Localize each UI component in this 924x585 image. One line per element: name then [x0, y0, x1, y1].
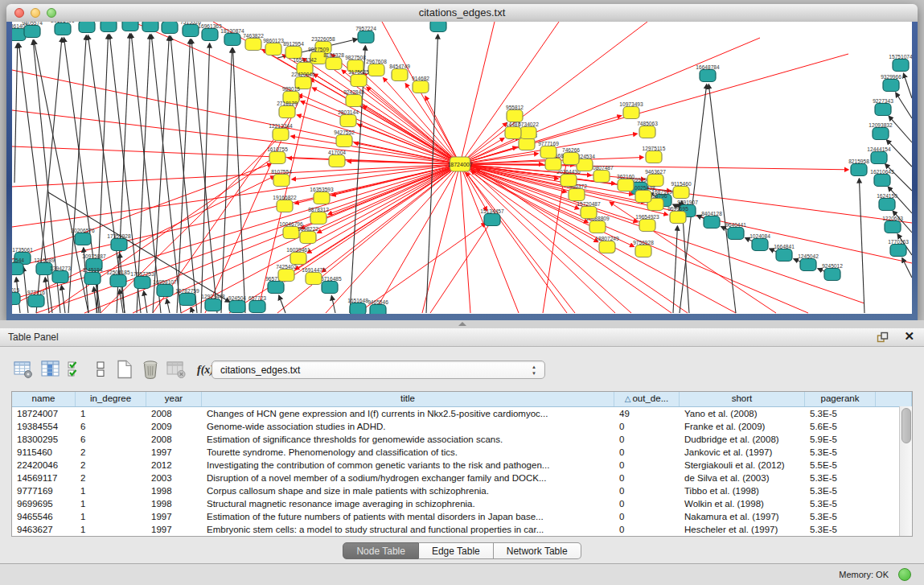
tab-node-table[interactable]: Node Table	[343, 542, 419, 559]
cell-name[interactable]: 19384554	[12, 420, 76, 433]
delete-column-button[interactable]	[140, 359, 161, 380]
graph-node[interactable]	[635, 191, 651, 203]
column-header-short[interactable]: short	[680, 392, 805, 406]
graph-node[interactable]	[55, 23, 71, 35]
graph-node[interactable]	[883, 80, 899, 92]
table-row[interactable]: 977716911998Corpus callosum shape and si…	[12, 484, 912, 497]
row-height-button[interactable]	[90, 359, 111, 380]
cell-short[interactable]: Yano et al. (2008)	[680, 407, 805, 420]
graph-node[interactable]	[28, 295, 44, 307]
cell-in_degree[interactable]: 1	[76, 523, 146, 536]
graph-node[interactable]	[351, 75, 367, 87]
graph-node[interactable]	[84, 273, 101, 285]
graph-node[interactable]	[142, 22, 158, 32]
cell-title[interactable]: Embryonic stem cells: a model to study s…	[202, 523, 614, 536]
cell-title[interactable]: Structural magnetic resonance image aver…	[202, 497, 614, 510]
graph-node[interactable]	[75, 233, 91, 245]
graph-node[interactable]	[800, 259, 816, 271]
tab-edge-table[interactable]: Edge Table	[419, 542, 494, 559]
graph-node[interactable]	[563, 153, 579, 165]
graph-node[interactable]	[268, 282, 284, 294]
graph-node[interactable]	[122, 22, 138, 31]
cell-pagerank[interactable]: 5.3E-5	[805, 497, 876, 510]
column-header-title[interactable]: title	[202, 392, 614, 406]
cell-in_degree[interactable]: 1	[76, 510, 146, 523]
cell-name[interactable]: 9699695	[12, 497, 76, 510]
graph-node[interactable]	[413, 81, 429, 93]
cell-short[interactable]: Tibbo et al. (1998)	[680, 484, 805, 497]
cell-out_de...[interactable]: 0	[614, 497, 680, 510]
graph-node[interactable]	[635, 245, 651, 257]
cell-in_degree[interactable]: 2	[76, 446, 146, 459]
cell-in_degree[interactable]: 2	[76, 459, 146, 472]
graph-node[interactable]	[879, 199, 895, 211]
graph-node[interactable]	[279, 106, 295, 118]
graph-node[interactable]	[24, 26, 40, 38]
graph-node[interactable]	[52, 271, 68, 283]
table-row[interactable]: 1456911722003Disruption of a novel membe…	[12, 472, 912, 484]
cell-year[interactable]: 1997	[146, 523, 202, 536]
cell-title[interactable]: Corpus callosum shape and size in male p…	[202, 484, 614, 497]
graph-node[interactable]	[519, 138, 535, 150]
graph-node[interactable]	[700, 70, 716, 82]
cell-out_de...[interactable]: 0	[614, 459, 680, 472]
cell-pagerank[interactable]: 5.6E-5	[805, 420, 876, 433]
table-row[interactable]: 1872400712008Changes of HCN gene express…	[12, 407, 912, 420]
graph-node[interactable]	[300, 232, 316, 244]
table-row[interactable]: 969969511998Structural magnetic resonanc…	[12, 497, 912, 510]
graph-node[interactable]	[336, 135, 352, 147]
table-row[interactable]: 2242004622012Investigating the contribut…	[12, 459, 912, 472]
graph-node[interactable]	[623, 107, 639, 119]
graph-node[interactable]	[639, 126, 655, 138]
graph-node[interactable]	[752, 239, 768, 251]
graph-node[interactable]	[893, 60, 909, 72]
graph-node[interactable]	[599, 241, 615, 253]
cell-year[interactable]: 1997	[146, 510, 202, 523]
graph-node[interactable]	[871, 152, 887, 164]
cell-out_de...[interactable]: 0	[614, 446, 680, 459]
graph-node[interactable]	[873, 128, 889, 140]
graph-node[interactable]	[277, 200, 293, 212]
graph-node[interactable]	[561, 175, 577, 187]
cell-out_de...[interactable]: 49	[614, 407, 680, 420]
graph-node[interactable]	[111, 239, 127, 251]
graph-node[interactable]	[245, 39, 261, 51]
graph-node[interactable]	[874, 175, 890, 187]
column-header-out_de...[interactable]: △out_de...	[614, 392, 680, 406]
cell-name[interactable]: 14569117	[12, 472, 76, 484]
graph-node[interactable]	[885, 221, 901, 233]
graph-node[interactable]	[569, 189, 585, 201]
graph-node[interactable]	[12, 293, 20, 305]
graph-node[interactable]	[776, 249, 792, 262]
combobox-spinner-icon[interactable]: ▲▼	[532, 364, 536, 377]
cell-short[interactable]: Stergiakouli et al. (2012)	[680, 459, 805, 472]
table-row[interactable]: 946362711997Embryonic stem cells: a mode…	[12, 523, 912, 536]
graph-node[interactable]	[851, 164, 867, 176]
cell-name[interactable]: 9463627	[12, 523, 76, 536]
graph-node[interactable]	[520, 127, 536, 139]
graph-node[interactable]	[646, 151, 662, 163]
graph-node[interactable]	[273, 175, 290, 187]
column-visibility-button[interactable]	[40, 359, 61, 380]
cell-title[interactable]: Tourette syndrome. Phenomenology and cla…	[202, 446, 614, 459]
tab-network-table[interactable]: Network Table	[494, 542, 581, 559]
graph-node[interactable]	[224, 34, 240, 46]
column-header-name[interactable]: name	[12, 392, 76, 406]
graph-node[interactable]	[540, 146, 556, 159]
cell-pagerank[interactable]: 5.9E-5	[805, 433, 876, 446]
cell-year[interactable]: 1998	[146, 497, 202, 510]
graph-node[interactable]	[134, 277, 150, 289]
graph-node[interactable]	[290, 253, 306, 265]
cell-in_degree[interactable]: 1	[76, 407, 146, 420]
cell-pagerank[interactable]: 5.3E-5	[805, 407, 876, 420]
cell-out_de...[interactable]: 0	[614, 472, 680, 484]
graph-node[interactable]	[728, 228, 744, 240]
graph-node[interactable]	[306, 273, 322, 285]
panel-divider[interactable]	[0, 320, 924, 328]
graph-node[interactable]	[392, 69, 408, 81]
graph-node[interactable]	[581, 207, 597, 219]
cell-in_degree[interactable]: 1	[76, 497, 146, 510]
cell-name[interactable]: 9115460	[12, 446, 76, 459]
cell-year[interactable]: 2012	[146, 459, 202, 472]
graph-node[interactable]	[639, 220, 655, 232]
